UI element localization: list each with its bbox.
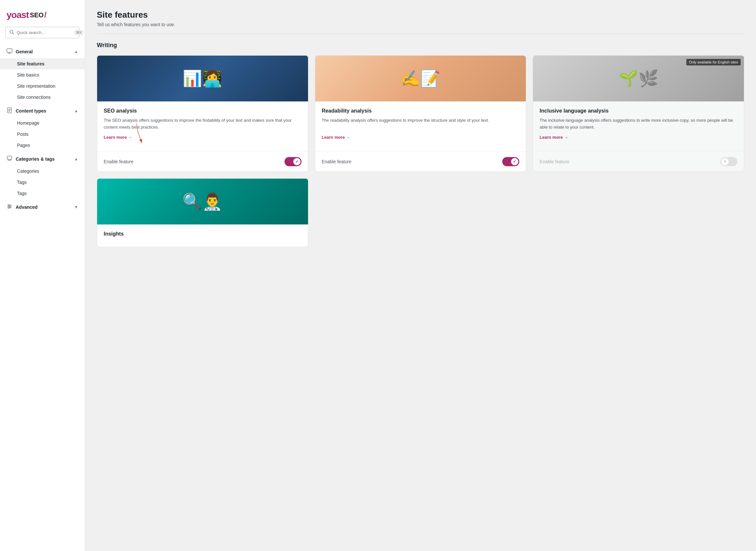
page-title: Site features — [97, 10, 744, 20]
seo-analysis-body: SEO analysis The SEO analysis offers sug… — [97, 101, 308, 151]
inclusive-language-enable-label: Enable feature — [540, 159, 569, 164]
inclusive-language-toggle-thumb: ✕ — [721, 158, 729, 165]
writing-section-heading: Writing — [97, 42, 744, 49]
content-types-chevron-icon: ▲ — [74, 109, 78, 113]
seo-analysis-enable-label: Enable feature — [104, 159, 133, 164]
content-types-section-title: Content types — [16, 108, 71, 113]
svg-point-18 — [8, 207, 9, 208]
seo-analysis-illustration: 👩‍💻 — [202, 69, 222, 88]
logo-yoast: yoast — [7, 10, 29, 20]
readability-analysis-title: Readability analysis — [322, 108, 520, 114]
categories-tags-section-title: Categories & tags — [16, 156, 71, 162]
tag-icon — [7, 155, 12, 162]
seo-analysis-card: 👩‍💻 SEO analysis The SEO analysis offers… — [97, 55, 308, 172]
general-chevron-icon: ▲ — [74, 49, 78, 54]
writing-cards-grid: 👩‍💻 SEO analysis The SEO analysis offers… — [97, 55, 744, 172]
main-content: Site features Tell us which features you… — [85, 0, 756, 551]
general-section-title: General — [16, 49, 71, 54]
categories-tags-chevron-icon: ▲ — [74, 157, 78, 161]
page-subtitle: Tell us which features you want to use. — [97, 22, 744, 27]
advanced-section-title: Advanced — [16, 204, 71, 210]
svg-rect-9 — [7, 156, 12, 159]
inclusive-language-illustration: 🌿 — [638, 69, 659, 88]
general-nav-items: Site features Site basics Site represent… — [0, 58, 85, 103]
bottom-cards-grid: 👨‍⚕️ Insights — [97, 178, 744, 247]
logo: yoast SEO / — [0, 7, 85, 27]
readability-analysis-image: 📝 — [315, 56, 526, 101]
readability-analysis-body: Readability analysis The readability ana… — [315, 101, 526, 151]
seo-analysis-learn-more[interactable]: Learn more → — [104, 135, 301, 140]
sliders-icon — [7, 203, 12, 210]
sidebar-item-site-features[interactable]: Site features — [0, 58, 85, 69]
svg-rect-2 — [7, 49, 12, 52]
sidebar-item-site-representation[interactable]: Site representation — [0, 80, 85, 92]
search-box[interactable]: ⌘K — [5, 27, 79, 38]
inclusive-language-card: 🌿 Only available for English sites Inclu… — [533, 55, 744, 172]
nav-section-advanced: Advanced ▼ — [0, 200, 85, 214]
sidebar-item-homepage[interactable]: Homepage — [0, 117, 85, 129]
logo-seo: SEO — [30, 11, 43, 19]
readability-analysis-toggle-thumb: ✓ — [511, 158, 518, 165]
search-icon — [9, 30, 14, 35]
inclusive-language-learn-more[interactable]: Learn more → — [540, 135, 737, 140]
readability-analysis-toggle[interactable]: ✓ — [502, 157, 519, 166]
inclusive-language-title: Inclusive language analysis — [540, 108, 737, 114]
readability-analysis-learn-more[interactable]: Learn more → — [322, 135, 520, 140]
inclusive-language-image: 🌿 Only available for English sites — [533, 56, 744, 101]
sidebar-item-tags-1[interactable]: Tags — [0, 177, 85, 188]
logo-slash: / — [44, 10, 46, 20]
insights-image: 👨‍⚕️ — [97, 179, 308, 224]
nav-section-header-general[interactable]: General ▲ — [0, 45, 85, 58]
page-header: Site features Tell us which features you… — [97, 10, 744, 34]
inclusive-language-body: Inclusive language analysis The inclusiv… — [533, 101, 744, 151]
readability-analysis-illustration: 📝 — [420, 69, 440, 88]
sidebar-item-tags-2[interactable]: Tags — [0, 188, 85, 199]
nav-section-header-categories-tags[interactable]: Categories & tags ▲ — [0, 152, 85, 165]
insights-body: Insights — [97, 224, 308, 247]
svg-line-1 — [13, 33, 14, 34]
nav-section-header-advanced[interactable]: Advanced ▼ — [0, 200, 85, 214]
svg-point-16 — [8, 204, 9, 206]
sidebar-item-site-basics[interactable]: Site basics — [0, 69, 85, 80]
seo-analysis-title: SEO analysis — [104, 108, 301, 114]
nav-section-content-types: Content types ▲ Homepage Posts Pages — [0, 104, 85, 151]
readability-analysis-description: The readability analysis offers suggesti… — [322, 117, 520, 131]
categories-tags-nav-items: Categories Tags Tags — [0, 165, 85, 199]
nav-section-general: General ▲ Site features Site basics Site… — [0, 45, 85, 103]
search-input[interactable] — [17, 30, 72, 35]
readability-analysis-footer: Enable feature ✓ — [315, 151, 526, 171]
seo-analysis-toggle[interactable]: ✓ — [284, 157, 301, 166]
search-shortcut: ⌘K — [74, 30, 83, 35]
readability-analysis-toggle-track: ✓ — [502, 157, 519, 166]
advanced-chevron-icon: ▼ — [74, 205, 78, 209]
insights-illustration: 👨‍⚕️ — [202, 192, 222, 211]
monitor-icon — [7, 48, 12, 55]
seo-analysis-footer: Enable feature ✓ — [97, 151, 308, 171]
readability-analysis-enable-label: Enable feature — [322, 159, 352, 164]
sidebar-item-posts[interactable]: Posts — [0, 129, 85, 140]
nav-section-header-content-types[interactable]: Content types ▲ — [0, 104, 85, 117]
svg-point-17 — [9, 206, 11, 207]
writing-cards-section: 👩‍💻 SEO analysis The SEO analysis offers… — [97, 55, 744, 247]
sidebar-item-pages[interactable]: Pages — [0, 140, 85, 151]
seo-analysis-image: 👩‍💻 — [97, 56, 308, 101]
sidebar-item-categories[interactable]: Categories — [0, 165, 85, 177]
sidebar: yoast SEO / ⌘K General ▲ S — [0, 0, 85, 551]
content-types-nav-items: Homepage Posts Pages — [0, 117, 85, 151]
inclusive-language-toggle-track: ✕ — [720, 157, 737, 166]
readability-analysis-card: 📝 Readability analysis The readability a… — [315, 55, 526, 172]
seo-analysis-description: The SEO analysis offers suggestions to i… — [104, 117, 301, 131]
sidebar-item-site-connections[interactable]: Site connections — [0, 92, 85, 103]
inclusive-language-description: The inclusive language analysis offers s… — [540, 117, 737, 131]
inclusive-language-footer: Enable feature ✕ — [533, 151, 744, 171]
seo-analysis-toggle-thumb: ✓ — [293, 158, 301, 165]
seo-analysis-toggle-track: ✓ — [284, 157, 301, 166]
document-icon — [7, 107, 12, 114]
insights-title: Insights — [104, 231, 301, 237]
nav-section-categories-tags: Categories & tags ▲ Categories Tags Tags — [0, 152, 85, 199]
inclusive-language-toggle[interactable]: ✕ — [720, 157, 737, 166]
english-only-badge: Only available for English sites — [686, 59, 741, 65]
insights-card: 👨‍⚕️ Insights — [97, 178, 308, 247]
